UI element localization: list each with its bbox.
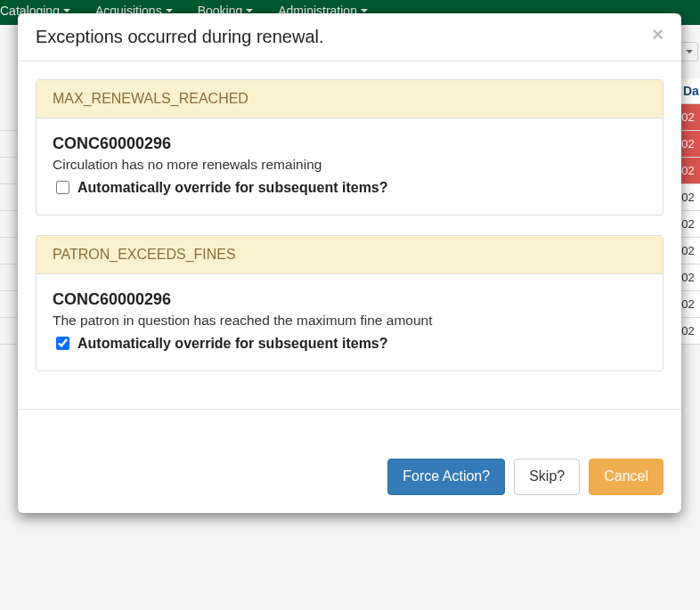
exception-panel-max-renewals: MAX_RENEWALS_REACHED CONC60000296 Circul… <box>36 79 663 216</box>
exception-reason: Circulation has no more renewals remaini… <box>53 157 647 173</box>
auto-override-text: Automatically override for subsequent it… <box>77 180 388 196</box>
close-icon: × <box>652 23 663 45</box>
cancel-button[interactable]: Cancel <box>589 459 663 495</box>
auto-override-checkbox[interactable] <box>56 337 69 350</box>
auto-override-text: Automatically override for subsequent it… <box>77 336 388 352</box>
item-barcode: CONC60000296 <box>53 134 647 153</box>
renewal-exceptions-modal: Exceptions occurred during renewal. × MA… <box>18 13 681 513</box>
exception-reason: The patron in question has reached the m… <box>53 313 647 329</box>
auto-override-label[interactable]: Automatically override for subsequent it… <box>53 334 647 353</box>
modal-footer: Force Action? Skip? Cancel <box>18 410 681 513</box>
skip-button[interactable]: Skip? <box>514 459 580 495</box>
modal-body: MAX_RENEWALS_REACHED CONC60000296 Circul… <box>18 61 681 409</box>
exception-panel-patron-fines: PATRON_EXCEEDS_FINES CONC60000296 The pa… <box>36 235 663 371</box>
auto-override-label[interactable]: Automatically override for subsequent it… <box>53 178 647 197</box>
exception-code: PATRON_EXCEEDS_FINES <box>37 236 663 274</box>
close-button[interactable]: × <box>652 25 663 45</box>
modal-header: Exceptions occurred during renewal. × <box>18 13 681 61</box>
auto-override-checkbox[interactable] <box>56 181 69 194</box>
exception-code: MAX_RENEWALS_REACHED <box>37 80 663 118</box>
force-action-button[interactable]: Force Action? <box>387 459 505 495</box>
modal-title: Exceptions occurred during renewal. <box>36 27 324 47</box>
item-barcode: CONC60000296 <box>53 290 647 309</box>
